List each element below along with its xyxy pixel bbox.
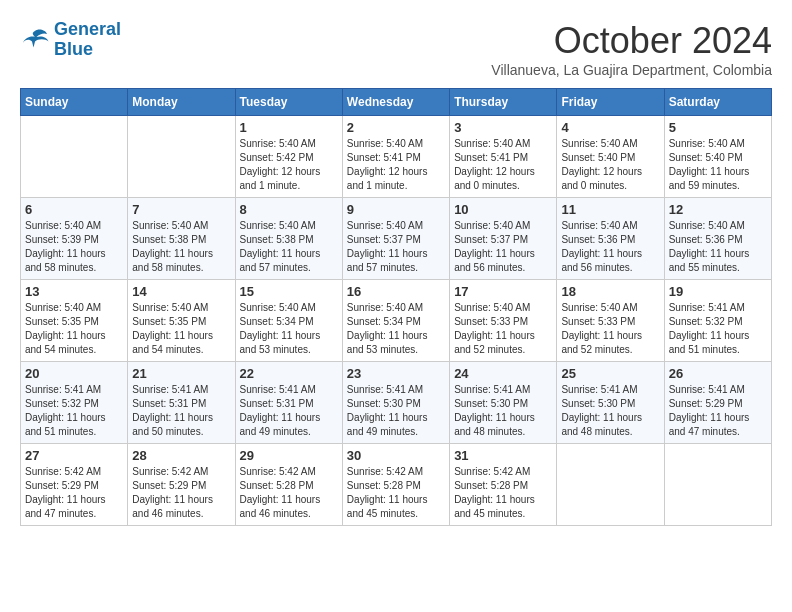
title-block: October 2024 Villanueva, La Guajira Depa… — [491, 20, 772, 78]
calendar-cell: 24Sunrise: 5:41 AM Sunset: 5:30 PM Dayli… — [450, 362, 557, 444]
day-info: Sunrise: 5:40 AM Sunset: 5:38 PM Dayligh… — [132, 219, 230, 275]
day-number: 6 — [25, 202, 123, 217]
month-title: October 2024 — [491, 20, 772, 62]
day-info: Sunrise: 5:42 AM Sunset: 5:28 PM Dayligh… — [454, 465, 552, 521]
day-info: Sunrise: 5:40 AM Sunset: 5:34 PM Dayligh… — [347, 301, 445, 357]
header-cell-saturday: Saturday — [664, 89, 771, 116]
calendar-cell: 26Sunrise: 5:41 AM Sunset: 5:29 PM Dayli… — [664, 362, 771, 444]
day-info: Sunrise: 5:41 AM Sunset: 5:30 PM Dayligh… — [347, 383, 445, 439]
calendar-table: SundayMondayTuesdayWednesdayThursdayFrid… — [20, 88, 772, 526]
calendar-week-2: 6Sunrise: 5:40 AM Sunset: 5:39 PM Daylig… — [21, 198, 772, 280]
day-info: Sunrise: 5:40 AM Sunset: 5:40 PM Dayligh… — [561, 137, 659, 193]
calendar-cell: 22Sunrise: 5:41 AM Sunset: 5:31 PM Dayli… — [235, 362, 342, 444]
header-row: SundayMondayTuesdayWednesdayThursdayFrid… — [21, 89, 772, 116]
day-number: 14 — [132, 284, 230, 299]
day-info: Sunrise: 5:40 AM Sunset: 5:34 PM Dayligh… — [240, 301, 338, 357]
calendar-cell: 6Sunrise: 5:40 AM Sunset: 5:39 PM Daylig… — [21, 198, 128, 280]
day-number: 23 — [347, 366, 445, 381]
calendar-cell: 10Sunrise: 5:40 AM Sunset: 5:37 PM Dayli… — [450, 198, 557, 280]
day-number: 20 — [25, 366, 123, 381]
day-info: Sunrise: 5:41 AM Sunset: 5:31 PM Dayligh… — [240, 383, 338, 439]
header-cell-friday: Friday — [557, 89, 664, 116]
day-info: Sunrise: 5:41 AM Sunset: 5:32 PM Dayligh… — [25, 383, 123, 439]
day-info: Sunrise: 5:40 AM Sunset: 5:40 PM Dayligh… — [669, 137, 767, 193]
day-number: 29 — [240, 448, 338, 463]
day-number: 31 — [454, 448, 552, 463]
calendar-cell: 5Sunrise: 5:40 AM Sunset: 5:40 PM Daylig… — [664, 116, 771, 198]
header-cell-sunday: Sunday — [21, 89, 128, 116]
calendar-week-1: 1Sunrise: 5:40 AM Sunset: 5:42 PM Daylig… — [21, 116, 772, 198]
calendar-cell: 20Sunrise: 5:41 AM Sunset: 5:32 PM Dayli… — [21, 362, 128, 444]
day-info: Sunrise: 5:40 AM Sunset: 5:33 PM Dayligh… — [454, 301, 552, 357]
day-info: Sunrise: 5:40 AM Sunset: 5:38 PM Dayligh… — [240, 219, 338, 275]
day-info: Sunrise: 5:41 AM Sunset: 5:29 PM Dayligh… — [669, 383, 767, 439]
day-info: Sunrise: 5:40 AM Sunset: 5:41 PM Dayligh… — [347, 137, 445, 193]
day-number: 5 — [669, 120, 767, 135]
day-info: Sunrise: 5:41 AM Sunset: 5:31 PM Dayligh… — [132, 383, 230, 439]
calendar-cell: 3Sunrise: 5:40 AM Sunset: 5:41 PM Daylig… — [450, 116, 557, 198]
day-number: 10 — [454, 202, 552, 217]
day-info: Sunrise: 5:40 AM Sunset: 5:39 PM Dayligh… — [25, 219, 123, 275]
logo-general: General — [54, 19, 121, 39]
calendar-cell: 2Sunrise: 5:40 AM Sunset: 5:41 PM Daylig… — [342, 116, 449, 198]
logo-icon — [20, 25, 50, 55]
day-info: Sunrise: 5:40 AM Sunset: 5:36 PM Dayligh… — [561, 219, 659, 275]
day-number: 28 — [132, 448, 230, 463]
day-number: 30 — [347, 448, 445, 463]
day-info: Sunrise: 5:41 AM Sunset: 5:30 PM Dayligh… — [454, 383, 552, 439]
day-number: 7 — [132, 202, 230, 217]
day-number: 26 — [669, 366, 767, 381]
day-number: 22 — [240, 366, 338, 381]
calendar-cell: 21Sunrise: 5:41 AM Sunset: 5:31 PM Dayli… — [128, 362, 235, 444]
calendar-cell — [664, 444, 771, 526]
day-info: Sunrise: 5:40 AM Sunset: 5:33 PM Dayligh… — [561, 301, 659, 357]
location-subtitle: Villanueva, La Guajira Department, Colom… — [491, 62, 772, 78]
calendar-body: 1Sunrise: 5:40 AM Sunset: 5:42 PM Daylig… — [21, 116, 772, 526]
day-info: Sunrise: 5:41 AM Sunset: 5:30 PM Dayligh… — [561, 383, 659, 439]
calendar-cell: 16Sunrise: 5:40 AM Sunset: 5:34 PM Dayli… — [342, 280, 449, 362]
calendar-cell: 15Sunrise: 5:40 AM Sunset: 5:34 PM Dayli… — [235, 280, 342, 362]
day-info: Sunrise: 5:40 AM Sunset: 5:35 PM Dayligh… — [25, 301, 123, 357]
calendar-cell: 25Sunrise: 5:41 AM Sunset: 5:30 PM Dayli… — [557, 362, 664, 444]
calendar-week-3: 13Sunrise: 5:40 AM Sunset: 5:35 PM Dayli… — [21, 280, 772, 362]
calendar-cell — [21, 116, 128, 198]
day-number: 24 — [454, 366, 552, 381]
day-number: 16 — [347, 284, 445, 299]
day-info: Sunrise: 5:40 AM Sunset: 5:37 PM Dayligh… — [454, 219, 552, 275]
calendar-cell: 30Sunrise: 5:42 AM Sunset: 5:28 PM Dayli… — [342, 444, 449, 526]
day-info: Sunrise: 5:42 AM Sunset: 5:29 PM Dayligh… — [25, 465, 123, 521]
calendar-week-4: 20Sunrise: 5:41 AM Sunset: 5:32 PM Dayli… — [21, 362, 772, 444]
calendar-cell: 13Sunrise: 5:40 AM Sunset: 5:35 PM Dayli… — [21, 280, 128, 362]
day-info: Sunrise: 5:42 AM Sunset: 5:28 PM Dayligh… — [240, 465, 338, 521]
calendar-cell — [557, 444, 664, 526]
day-info: Sunrise: 5:40 AM Sunset: 5:37 PM Dayligh… — [347, 219, 445, 275]
day-number: 27 — [25, 448, 123, 463]
logo: General Blue — [20, 20, 121, 60]
day-info: Sunrise: 5:40 AM Sunset: 5:42 PM Dayligh… — [240, 137, 338, 193]
day-number: 21 — [132, 366, 230, 381]
calendar-cell: 18Sunrise: 5:40 AM Sunset: 5:33 PM Dayli… — [557, 280, 664, 362]
header-cell-monday: Monday — [128, 89, 235, 116]
day-number: 8 — [240, 202, 338, 217]
calendar-cell: 8Sunrise: 5:40 AM Sunset: 5:38 PM Daylig… — [235, 198, 342, 280]
calendar-cell: 28Sunrise: 5:42 AM Sunset: 5:29 PM Dayli… — [128, 444, 235, 526]
calendar-cell: 23Sunrise: 5:41 AM Sunset: 5:30 PM Dayli… — [342, 362, 449, 444]
calendar-cell: 19Sunrise: 5:41 AM Sunset: 5:32 PM Dayli… — [664, 280, 771, 362]
calendar-cell — [128, 116, 235, 198]
calendar-cell: 1Sunrise: 5:40 AM Sunset: 5:42 PM Daylig… — [235, 116, 342, 198]
day-number: 17 — [454, 284, 552, 299]
day-info: Sunrise: 5:42 AM Sunset: 5:29 PM Dayligh… — [132, 465, 230, 521]
day-info: Sunrise: 5:40 AM Sunset: 5:41 PM Dayligh… — [454, 137, 552, 193]
page-header: General Blue October 2024 Villanueva, La… — [20, 20, 772, 78]
calendar-week-5: 27Sunrise: 5:42 AM Sunset: 5:29 PM Dayli… — [21, 444, 772, 526]
day-number: 15 — [240, 284, 338, 299]
calendar-cell: 12Sunrise: 5:40 AM Sunset: 5:36 PM Dayli… — [664, 198, 771, 280]
calendar-cell: 29Sunrise: 5:42 AM Sunset: 5:28 PM Dayli… — [235, 444, 342, 526]
header-cell-thursday: Thursday — [450, 89, 557, 116]
day-info: Sunrise: 5:41 AM Sunset: 5:32 PM Dayligh… — [669, 301, 767, 357]
day-number: 25 — [561, 366, 659, 381]
day-number: 11 — [561, 202, 659, 217]
calendar-header: SundayMondayTuesdayWednesdayThursdayFrid… — [21, 89, 772, 116]
header-cell-wednesday: Wednesday — [342, 89, 449, 116]
day-number: 19 — [669, 284, 767, 299]
